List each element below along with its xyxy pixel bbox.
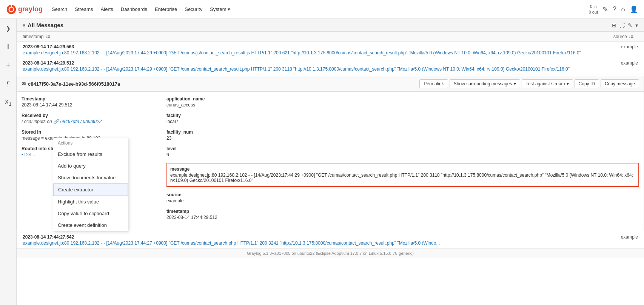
field-received-by: Received by Local inputs on 🔗 68467df3 /…: [22, 113, 157, 124]
context-menu-create-event[interactable]: Create event definition: [53, 219, 128, 231]
nav-dashboards[interactable]: Dashboards: [121, 6, 147, 12]
source-label: source: [613, 34, 627, 39]
message-detail-actions: Permalink Show surrounding messages ▾ Te…: [419, 79, 639, 88]
nav-security[interactable]: Security: [185, 6, 202, 12]
field-level: level 6: [166, 146, 639, 157]
message-1-text[interactable]: example.designet.jp:80 192.168.2.102 - -…: [23, 50, 638, 55]
nav-streams[interactable]: Streams: [75, 6, 93, 12]
message-id: ✉ c8417f50-3a7e-11ee-b93d-566f0518017a: [22, 81, 120, 87]
context-menu: Actions Exclude from results Add to quer…: [53, 138, 128, 231]
received-by-prefix: Local inputs on: [22, 119, 52, 124]
field-timestamp: Timestamp 2023-08-14 17:44:29.512: [22, 96, 157, 108]
context-menu-show-docs[interactable]: Show documents for value: [53, 172, 128, 183]
panel-title-text: All Messages: [28, 22, 63, 28]
context-menu-copy-value[interactable]: Copy value to clipboard: [53, 208, 128, 219]
bottom-message-header: 2023-08-14 17:44:27.542 example: [23, 234, 638, 240]
graylog-logo-icon: [6, 4, 17, 15]
navbar-right: 0 in 0 out ✎ ? ⌂ 👤: [589, 4, 638, 15]
message-envelope-icon: ✉: [22, 81, 26, 87]
edit-icon[interactable]: ✎: [602, 5, 608, 14]
context-menu-highlight[interactable]: Highlight this value: [53, 196, 128, 208]
field-ts-label: timestamp: [166, 209, 639, 214]
field-message-highlighted: message example.designet.jp:80 192.168.2…: [166, 163, 639, 187]
field-source-value: example: [166, 198, 639, 203]
field-facility-label: facility: [166, 113, 639, 118]
user-icon[interactable]: 👤: [630, 5, 638, 14]
context-menu-add-query[interactable]: Add to query: [53, 160, 128, 172]
message-row-1: 2023-08-14 17:44:29.563 example example.…: [17, 42, 644, 58]
home-icon[interactable]: ⌂: [621, 5, 625, 13]
sidebar-subscript[interactable]: X1: [2, 97, 14, 109]
field-level-value: 6: [166, 152, 639, 157]
field-stored-in-label: Stored in: [22, 129, 157, 135]
field-facility-value: local7: [166, 119, 639, 124]
show-surrounding-button[interactable]: Show surrounding messages ▾: [450, 79, 520, 88]
panel-expand-icon[interactable]: ⛶: [619, 22, 625, 28]
panel-title: ≡ All Messages: [23, 22, 63, 28]
field-message-value: example.designet.jp:80 192.168.2.102 - -…: [170, 173, 635, 183]
source-sort-icon[interactable]: ↓≡: [629, 34, 633, 39]
field-facility-num: facility_num 23: [166, 129, 639, 141]
nav-search[interactable]: Search: [52, 6, 67, 12]
field-facility-num-label: facility_num: [166, 129, 639, 135]
table-header: timestamp ↓≡ source ↓≡: [17, 32, 644, 42]
panel-title-icon: ≡: [23, 23, 25, 28]
message-1-timestamp: 2023-08-14 17:44:29.563: [23, 44, 106, 49]
bottom-message-source: example: [621, 234, 638, 240]
nav-alerts[interactable]: Alerts: [101, 6, 113, 12]
field-timestamp-label: Timestamp: [22, 96, 157, 102]
navbar-links: Search Streams Alerts Dashboards Enterpr…: [52, 6, 589, 12]
panel-toggle-icon[interactable]: ▾: [635, 22, 638, 28]
sidebar-paragraph[interactable]: ¶: [4, 79, 12, 90]
help-icon[interactable]: ?: [613, 5, 616, 13]
message-row-2: 2023-08-14 17:44:29.512 example example.…: [17, 58, 644, 74]
field-facility: facility local7: [166, 113, 639, 124]
sidebar-collapse[interactable]: ❯: [3, 23, 13, 34]
nav-system[interactable]: System ▾: [210, 6, 230, 12]
nav-enterprise[interactable]: Enterprise: [155, 6, 177, 12]
field-source-label: source: [166, 192, 639, 197]
panel-edit-icon[interactable]: ✎: [628, 22, 632, 28]
copy-id-button[interactable]: Copy ID: [575, 79, 599, 88]
field-app-name-value: cunas_access: [166, 102, 639, 108]
routed-stream-link[interactable]: • Def...: [22, 152, 35, 157]
field-app-name: application_name cunas_access: [166, 96, 639, 108]
timestamp-label: timestamp: [23, 34, 43, 39]
col-timestamp-header: timestamp ↓≡: [23, 34, 106, 39]
message-2-text[interactable]: example.designet.jp:80 192.168.2.102 - -…: [23, 66, 638, 72]
context-menu-exclude[interactable]: Exclude from results: [53, 148, 128, 160]
panel-actions: ⊞ ⛶ ✎ ▾: [612, 22, 638, 28]
test-against-stream-button[interactable]: Test against stream ▾: [522, 79, 573, 88]
sidebar: ❯ i + ¶ X1: [0, 19, 17, 305]
context-menu-create-extractor[interactable]: Create extractor: [53, 183, 128, 196]
navbar: graylog Search Streams Alerts Dashboards…: [0, 0, 644, 19]
message-detail-header: ✉ c8417f50-3a7e-11ee-b93d-566f0518017a P…: [17, 76, 644, 92]
field-message-label: message: [170, 166, 635, 172]
panel-header: ≡ All Messages ⊞ ⛶ ✎ ▾: [17, 19, 644, 32]
message-row-2-header: 2023-08-14 17:44:29.512 example: [23, 60, 638, 66]
logo-text: graylog: [18, 5, 43, 13]
field-ts-value: 2023-08-14 17:44:29.512: [166, 215, 639, 220]
logo: graylog: [6, 4, 43, 15]
counter-out: 0 out: [589, 9, 598, 15]
col-source-header: source ↓≡: [613, 34, 633, 39]
received-by-link[interactable]: 🔗 68467df3 / ubuntu22: [53, 119, 102, 124]
copy-message-button[interactable]: Copy message: [601, 79, 639, 88]
message-counter: 0 in 0 out: [589, 4, 598, 15]
footer-text: Graylog 5.1.3+a017005 on ubuntu22 (Eclip…: [247, 251, 414, 256]
sidebar-info[interactable]: i: [5, 41, 11, 52]
timestamp-sort-icon[interactable]: ↓≡: [45, 34, 50, 39]
bottom-message-row: 2023-08-14 17:44:27.542 example example.…: [17, 232, 644, 248]
field-app-name-label: application_name: [166, 96, 639, 102]
sidebar-add[interactable]: +: [4, 59, 12, 72]
field-ts: timestamp 2023-08-14 17:44:29.512: [166, 209, 639, 220]
field-level-label: level: [166, 146, 639, 151]
permalink-button[interactable]: Permalink: [419, 79, 448, 88]
field-received-by-value: Local inputs on 🔗 68467df3 / ubuntu22: [22, 119, 157, 124]
message-1-source: example: [621, 44, 638, 49]
bottom-message-text[interactable]: example.designet.jp:80 192.168.2.102 - -…: [23, 240, 638, 246]
message-row-1-header: 2023-08-14 17:44:29.563 example: [23, 44, 638, 49]
panel-compress-icon[interactable]: ⊞: [612, 22, 616, 28]
field-facility-num-value: 23: [166, 136, 639, 141]
field-timestamp-value: 2023-08-14 17:44:29.512: [22, 102, 157, 108]
